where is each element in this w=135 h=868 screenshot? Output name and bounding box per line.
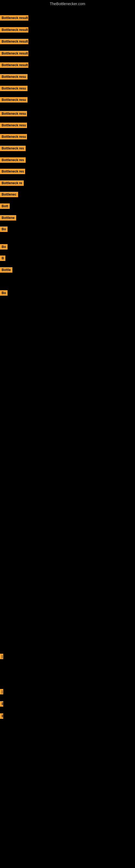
bottleneck-badge-container-14: Bottleneck res [0,169,25,175]
site-title: TheBottlenecker.com [0,0,135,8]
bottleneck-badge-container-26: B [0,701,3,708]
bottleneck-badge-container-11: Bottleneck resu [0,134,27,141]
bottleneck-badge-15[interactable]: Bottleneck re [0,180,24,186]
bottleneck-badge-container-1: Bottleneck result [0,15,28,22]
bottleneck-badge-22[interactable]: Bottle [0,267,12,273]
bottleneck-badge-26[interactable]: B [0,701,3,707]
bottleneck-badge-container-24: | [0,654,3,660]
bottleneck-badge-container-5: Bottleneck result [0,62,28,69]
bottleneck-badge-1[interactable]: Bottleneck result [0,15,28,21]
bottleneck-badge-7[interactable]: Bottleneck resu [0,86,28,91]
bottleneck-badge-3[interactable]: Bottleneck result [0,39,28,44]
bottleneck-badge-container-23: Bo [0,290,8,297]
bottleneck-badge-container-22: Bottle [0,267,12,274]
bottleneck-badge-container-27: B [0,713,3,720]
bottleneck-badge-container-16: Bottlenec [0,192,18,198]
bottleneck-badge-21[interactable]: B [0,255,5,261]
bottleneck-badge-10[interactable]: Bottleneck resu [0,123,27,128]
bottleneck-badge-container-12: Bottleneck res [0,146,26,152]
bottleneck-badge-14[interactable]: Bottleneck res [0,169,25,174]
bottleneck-badge-20[interactable]: Bo [0,244,8,250]
bottleneck-badge-19[interactable]: Bo [0,226,8,232]
bottleneck-badge-17[interactable]: Bott [0,204,10,209]
bottleneck-badge-16[interactable]: Bottlenec [0,192,18,197]
bottleneck-badge-container-2: Bottleneck result [0,27,28,34]
bottleneck-badge-container-17: Bott [0,204,10,210]
bottleneck-badge-container-15: Bottleneck re [0,180,24,187]
bottleneck-badge-18[interactable]: Bottlene [0,215,16,220]
bottleneck-badge-12[interactable]: Bottleneck res [0,146,26,151]
bottleneck-badge-container-9: Bottleneck resu [0,111,27,118]
bottleneck-badge-container-25: | [0,689,3,695]
bottleneck-badge-container-19: Bo [0,226,8,233]
bottleneck-badge-container-7: Bottleneck resu [0,86,28,92]
bottleneck-badge-container-4: Bottleneck result [0,51,28,57]
bottleneck-badge-container-6: Bottleneck resu [0,74,28,81]
bottleneck-badge-9[interactable]: Bottleneck resu [0,111,27,116]
bottleneck-badge-4[interactable]: Bottleneck result [0,51,28,56]
bottleneck-badge-container-13: Bottleneck res [0,157,26,164]
bottleneck-badge-container-21: B [0,255,5,262]
bottleneck-badge-container-18: Bottlene [0,215,16,222]
bottleneck-badge-container-10: Bottleneck resu [0,123,27,129]
bottleneck-badge-2[interactable]: Bottleneck result [0,27,28,33]
bottleneck-badge-25[interactable]: | [0,689,3,694]
bottleneck-badge-container-8: Bottleneck resu [0,97,28,104]
bottleneck-badge-27[interactable]: B [0,713,3,719]
bottleneck-badge-6[interactable]: Bottleneck resu [0,74,28,80]
bottleneck-badge-8[interactable]: Bottleneck resu [0,97,28,102]
bottleneck-badge-11[interactable]: Bottleneck resu [0,134,27,140]
bottleneck-badge-13[interactable]: Bottleneck res [0,157,26,163]
bottleneck-badge-5[interactable]: Bottleneck result [0,62,28,68]
bottleneck-badge-24[interactable]: | [0,654,3,659]
bottleneck-badge-23[interactable]: Bo [0,290,8,296]
bottleneck-badge-container-20: Bo [0,244,8,251]
bottleneck-badge-container-3: Bottleneck result [0,39,28,45]
